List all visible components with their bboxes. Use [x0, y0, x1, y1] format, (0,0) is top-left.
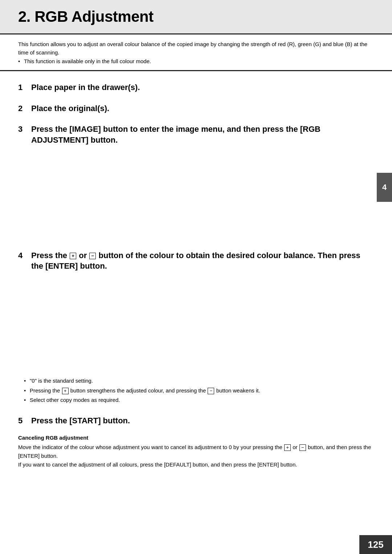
- step-4: 4 Press the + or − button of the colour …: [18, 250, 374, 272]
- note-plus-icon: +: [62, 388, 69, 394]
- cancel-text-2: If you want to cancel the adjustment of …: [18, 460, 374, 469]
- main-content: 4 1 Place paper in the drawer(s). 2 Plac…: [0, 71, 392, 480]
- step-1: 1 Place paper in the drawer(s).: [18, 82, 374, 93]
- step-3: 3 Press the [IMAGE] button to enter the …: [18, 124, 374, 145]
- notes-section: "0" is the standard setting. Pressing th…: [18, 377, 374, 404]
- page: 2. RGB Adjustment This function allows y…: [0, 0, 392, 554]
- cancel-minus-icon: −: [299, 444, 306, 451]
- step-1-number: 1: [18, 83, 31, 92]
- cancel-title: Canceling RGB adjustment: [18, 435, 374, 441]
- step-4-number: 4: [18, 251, 31, 260]
- cancel-text-1: Move the indicator of the colour whose a…: [18, 443, 374, 460]
- step-2-text: Place the original(s).: [31, 103, 374, 114]
- intro-main-text: This function allows you to adjust an ov…: [18, 40, 374, 57]
- cancel-plus-icon: +: [284, 444, 291, 451]
- step-5: 5 Press the [START] button.: [18, 415, 374, 426]
- step-4-text: Press the + or − button of the colour to…: [31, 250, 374, 272]
- side-tab: 4: [377, 173, 392, 202]
- note-minus-icon: −: [208, 388, 214, 394]
- note-3: Select other copy modes as required.: [24, 396, 374, 404]
- step-3-text: Press the [IMAGE] button to enter the im…: [31, 124, 374, 145]
- step-4-image-area: [18, 275, 374, 373]
- page-header: 2. RGB Adjustment: [0, 0, 392, 34]
- side-tab-number: 4: [382, 183, 387, 192]
- step-2: 2 Place the original(s).: [18, 103, 374, 114]
- intro-bullet: This function is available only in the f…: [18, 58, 374, 64]
- note-2: Pressing the + button strengthens the ad…: [24, 387, 374, 395]
- step-5-text: Press the [START] button.: [31, 415, 374, 426]
- intro-section: This function allows you to adjust an ov…: [0, 34, 392, 71]
- page-number: 125: [359, 535, 392, 554]
- step-2-number: 2: [18, 104, 31, 113]
- step-1-text: Place paper in the drawer(s).: [31, 82, 374, 93]
- note-1: "0" is the standard setting.: [24, 377, 374, 385]
- plus-icon: +: [70, 253, 76, 259]
- step-3-number: 3: [18, 125, 31, 134]
- page-title: 2. RGB Adjustment: [18, 8, 374, 25]
- minus-icon: −: [89, 253, 96, 259]
- step-3-image-area: [18, 156, 374, 250]
- cancel-section: Canceling RGB adjustment Move the indica…: [18, 435, 374, 469]
- step-5-number: 5: [18, 416, 31, 425]
